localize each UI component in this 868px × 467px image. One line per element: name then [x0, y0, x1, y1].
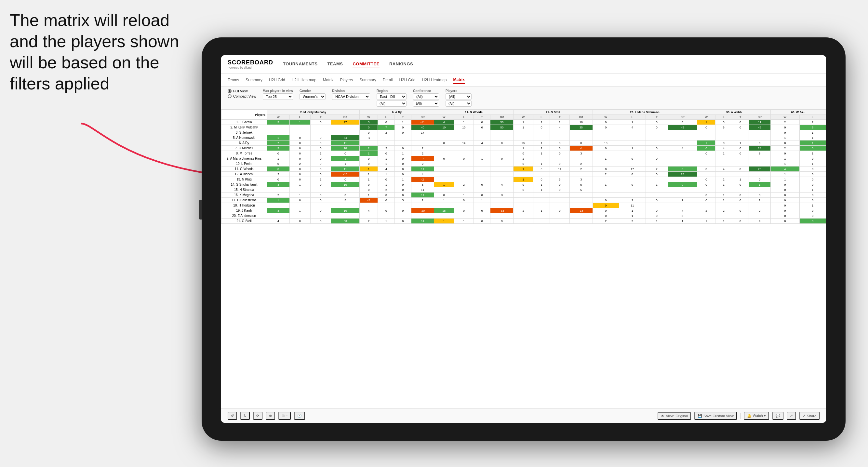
division-label: Division [332, 89, 370, 93]
conference-sub-select[interactable]: (All) [413, 100, 439, 107]
zoom-button[interactable]: ⊕ [266, 412, 275, 420]
col-dif-schumac: Dif [668, 115, 697, 120]
subnav-h2h-grid1[interactable]: H2H Grid [269, 76, 285, 84]
subnav-h2h-heatmap1[interactable]: H2H Heatmap [292, 76, 316, 84]
max-players-label: Max players in view [263, 89, 293, 93]
col-w-webb: W [697, 115, 715, 120]
row-header-klug: 13. N Klug [221, 177, 267, 182]
subnav-summary2[interactable]: Summary [359, 76, 376, 84]
save-custom-button[interactable]: 💾 Save Custom View [694, 412, 737, 420]
subnav-summary1[interactable]: Summary [246, 76, 262, 84]
subnav-teams[interactable]: Teams [228, 76, 239, 84]
subnav-matrix1[interactable]: Matrix [323, 76, 334, 84]
col-dif-webb: Dif [749, 115, 770, 120]
nav-rankings[interactable]: RANKINGS [389, 60, 413, 68]
gender-select[interactable]: Women's Men's [300, 93, 326, 100]
col-l-dy: L [378, 115, 395, 120]
matrix-wrapper[interactable]: Players 2. M Kelly Mulcahy 6. A Dy 11. G… [221, 110, 826, 408]
row-header-jelinek: 3. S Jelinek [221, 130, 267, 135]
col-w-schumac: W [593, 115, 619, 120]
view-original-button[interactable]: 👁 View: Original [658, 412, 691, 420]
row-header-garcia: 1. J Garcia [221, 120, 267, 125]
compact-view-option[interactable]: Compact View [228, 94, 256, 98]
col-dif-woods: Dif [490, 115, 514, 120]
subnav-h2h-grid2[interactable]: H2H Grid [399, 76, 415, 84]
col-t-webb: T [732, 115, 749, 120]
col-dif-dy: Dif [411, 115, 434, 120]
col-header-dy: 6. A Dy [360, 110, 434, 115]
table-row: 20. E Andersson [221, 213, 826, 219]
watch-button[interactable]: 🔔 Watch ▾ [744, 412, 769, 420]
full-view-radio[interactable] [228, 89, 231, 93]
row-header-nomrowski: 5. A Nomrowski [221, 135, 267, 141]
players-filter: Players (All) (All) [445, 89, 471, 107]
row-header-ballesteros: 17. D Ballesteros [221, 198, 267, 203]
matrix-table: Players 2. M Kelly Mulcahy 6. A Dy 11. G… [221, 110, 826, 224]
share-label: Share [807, 414, 816, 418]
subnav-detail[interactable]: Detail [383, 76, 393, 84]
table-row: 17. D Ballesteros 1 0 0 5 -2 0 3 1 1 0 1 [221, 198, 826, 203]
share-button[interactable]: ↗ Share [799, 412, 819, 420]
layout-button[interactable]: ⊞ − [278, 412, 291, 420]
compact-view-label: Compact View [233, 94, 256, 98]
nav-committee[interactable]: COMMITTEE [352, 60, 379, 68]
col-dif-stoll: Dif [570, 115, 593, 120]
table-row: 9. A Maria Jimenez Rios 1 0 0 1 0 1 0 -7… [221, 156, 826, 161]
nav-tournaments[interactable]: TOURNAMENTS [283, 60, 317, 68]
col-header-za: 60. W Za... [770, 110, 826, 115]
filter-bar: Full View Compact View Max players in vi… [221, 87, 826, 110]
table-row: 21. O Stoll 4 0 0 33 2 1 0 14 1 1 0 9 [221, 219, 826, 224]
gender-label: Gender [300, 89, 326, 93]
tablet-device: SCOREBOARD Powered by clippd TOURNAMENTS… [202, 37, 845, 441]
players-select[interactable]: (All) [445, 93, 471, 100]
watch-icon: 🔔 [747, 414, 751, 418]
share-icon: ↗ [803, 414, 806, 418]
tablet-side-button [199, 200, 202, 219]
row-header-karrh: 19. J Karrh [221, 208, 267, 213]
undo-button[interactable]: ↺ [228, 412, 237, 420]
table-row: 16. K Mcgaha 2 1 0 3 1 0 0 11 0 1 0 3 [221, 192, 826, 198]
logo-subtitle: Powered by clippd [228, 66, 273, 69]
subnav-matrix2[interactable]: Matrix [453, 76, 465, 84]
conference-filter: Conference (All) (All) [413, 89, 439, 107]
subnav-h2h-heatmap2[interactable]: H2H Heatmap [422, 76, 446, 84]
conference-label: Conference [413, 89, 439, 93]
logo: SCOREBOARD Powered by clippd [228, 59, 273, 69]
compact-view-radio[interactable] [228, 94, 231, 98]
region-sub-select[interactable]: (All) [377, 100, 406, 107]
row-header-stoll: 21. O Stoll [221, 219, 267, 224]
conference-select[interactable]: (All) [413, 93, 439, 100]
max-players-select[interactable]: Top 25 Top 10 Top 50 [263, 93, 293, 100]
full-view-option[interactable]: Full View [228, 89, 256, 93]
view-icon: 👁 [661, 414, 664, 418]
col-header-schumac: 23. L Marie Schumac. [593, 110, 697, 115]
expand-button[interactable]: ⤢ [787, 412, 796, 420]
col-l-mulcahy: L [289, 115, 310, 120]
row-header-bianchi: 12. A Bianchi [221, 172, 267, 177]
col-l-schumac: L [619, 115, 646, 120]
table-row: 2. M Kelly Mulcahy 0 7 0 40 10 10 0 50 1 [221, 125, 826, 130]
division-select[interactable]: NCAA Division II NCAA Division I NCAA Di… [332, 93, 370, 100]
col-header-mulcahy: 2. M Kelly Mulcahy [267, 110, 360, 115]
table-row: 10. L Perini 0 2 0 1 0 1 0 2 0 [221, 161, 826, 166]
nav-teams[interactable]: TEAMS [327, 60, 343, 68]
bottom-toolbar: ↺ ↻ ⟳ ⊕ ⊞ − 🕐 👁 View: Original 💾 Save Cu… [221, 408, 826, 423]
col-l-woods: L [454, 115, 474, 120]
subnav-players[interactable]: Players [340, 76, 353, 84]
col-l-webb: L [715, 115, 732, 120]
comment-button[interactable]: 💬 [772, 412, 783, 420]
col-t-mulcahy: T [310, 115, 331, 120]
region-select[interactable]: East - DII West - DII Central - DII [377, 93, 406, 100]
players-label: Players [445, 89, 471, 93]
table-row: 5. A Nomrowski 1 0 0 -11 -1 [221, 135, 826, 141]
row-header-mcgaha: 16. K Mcgaha [221, 192, 267, 198]
table-row: 6. A Dy 7 0 0 11 0 14 4 0 25 [221, 141, 826, 146]
col-w-woods: W [434, 115, 454, 120]
redo-button[interactable]: ↻ [240, 412, 250, 420]
clock-button[interactable]: 🕐 [294, 412, 305, 420]
players-sub-select[interactable]: (All) [445, 100, 471, 107]
table-row: 15. H Stranda 0 2 0 11 0 [221, 187, 826, 192]
table-row: 14. S Srichantamit 3 1 0 16 0 1 0 5 1 2 … [221, 182, 826, 187]
table-row: 3. S Jelinek 0 2 0 17 [221, 130, 826, 135]
refresh-button[interactable]: ⟳ [253, 412, 262, 420]
